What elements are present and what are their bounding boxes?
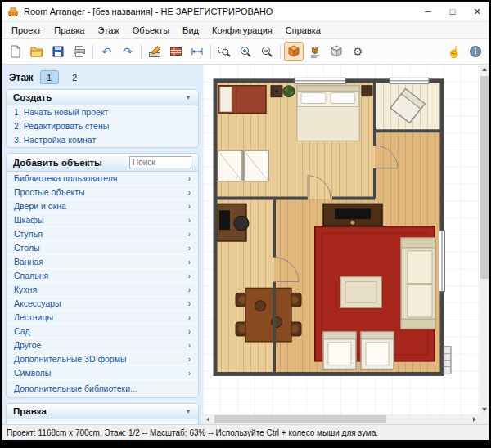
floor-tab-2[interactable]: 2 — [65, 70, 84, 84]
settings-gear-icon: ⚙ — [353, 46, 363, 57]
additional-libraries-link[interactable]: Дополнительные библиотеки... — [7, 380, 198, 397]
settings-button[interactable]: ⚙ — [348, 42, 367, 61]
menu-configuration[interactable]: Конфигурация — [205, 24, 279, 37]
print-button[interactable] — [70, 42, 89, 61]
category-user-library[interactable]: Библиотека пользователя› — [7, 172, 198, 186]
info-button[interactable] — [466, 42, 485, 61]
edit-panel-header[interactable]: Правка ▼ — [7, 404, 198, 419]
app-window: Room Arranger - [без названия] - НЕ ЗАРЕ… — [0, 0, 491, 448]
scroll-up-button[interactable] — [480, 65, 489, 74]
redo-button[interactable]: ↷ — [118, 42, 137, 61]
scroll-left-button[interactable] — [203, 414, 213, 424]
create-item-edit-walls[interactable]: 2. Редактировать стены — [7, 119, 198, 133]
computer-desk[interactable] — [217, 204, 249, 241]
sofa[interactable] — [401, 238, 435, 329]
create-item-new-project[interactable]: 1. Начать новый проект — [7, 105, 198, 119]
floor-plan-canvas[interactable] — [203, 65, 480, 414]
zoom-selection-icon — [218, 45, 231, 58]
category-bedroom[interactable]: Спальня› — [7, 269, 198, 283]
open-folder-button[interactable] — [27, 42, 47, 61]
category-garden[interactable]: Сад› — [7, 325, 198, 338]
menu-help[interactable]: Справка — [279, 24, 327, 37]
view-3d-button[interactable] — [284, 42, 304, 61]
category-additional-3d-shapes[interactable]: Дополнительные 3D формы› — [7, 352, 198, 366]
edit-panel: Правка ▼ — [6, 403, 199, 424]
scroll-right-button[interactable] — [470, 414, 480, 424]
menu-project[interactable]: Проект — [5, 24, 47, 37]
radiator[interactable] — [444, 347, 451, 374]
hand-tool-icon: ☝ — [447, 46, 461, 57]
cube-3d-icon — [330, 45, 343, 58]
toolbar: ↶ ↷ — [2, 39, 489, 65]
double-bed[interactable] — [297, 86, 359, 141]
chevron-right-icon: › — [188, 257, 191, 267]
vertical-scroll-thumb[interactable] — [480, 76, 489, 279]
minimize-button[interactable]: ─ — [416, 2, 440, 21]
category-wardrobes[interactable]: Шкафы› — [7, 213, 198, 227]
cube-3d-button[interactable] — [327, 42, 346, 61]
armchair[interactable] — [361, 332, 394, 370]
edit-walls-icon — [148, 45, 161, 58]
maximize-button[interactable]: □ — [440, 2, 465, 21]
horizontal-scrollbar[interactable] — [203, 414, 480, 424]
zoom-in-button[interactable] — [236, 42, 255, 61]
hand-tool-button[interactable]: ☝ — [444, 42, 464, 61]
category-other[interactable]: Другое› — [7, 338, 198, 352]
add-objects-panel: Добавить объекты Библиотека пользователя… — [6, 153, 199, 398]
edit-walls-button[interactable] — [145, 42, 164, 61]
collapse-chevron-icon[interactable]: ▼ — [185, 94, 191, 101]
category-label: Двери и окна — [14, 201, 66, 212]
menu-edit[interactable]: Правка — [47, 24, 91, 37]
coffee-table[interactable] — [340, 277, 381, 308]
horizontal-scroll-thumb[interactable] — [214, 415, 386, 423]
scroll-down-button[interactable] — [480, 405, 489, 414]
vertical-scrollbar[interactable] — [480, 65, 489, 414]
object-list-icon — [309, 45, 322, 58]
save-icon — [52, 45, 65, 58]
dimensions-button[interactable] — [187, 42, 207, 61]
category-bathroom[interactable]: Ванная› — [7, 255, 198, 269]
chevron-right-icon: › — [188, 368, 191, 379]
dining-set[interactable] — [236, 288, 301, 341]
menu-view[interactable]: Вид — [176, 24, 205, 37]
nightstand[interactable] — [362, 86, 372, 96]
object-list-button[interactable] — [305, 42, 325, 61]
category-label: Сад — [14, 326, 30, 337]
new-document-button[interactable] — [6, 42, 25, 61]
brick-materials-button[interactable] — [166, 42, 186, 61]
menu-objects[interactable]: Объекты — [126, 24, 176, 37]
menu-bar: Проект Правка Этаж Объекты Вид Конфигура… — [2, 22, 489, 39]
category-symbols[interactable]: Символы› — [7, 366, 198, 380]
plant[interactable] — [283, 86, 295, 97]
zoom-selection-button[interactable] — [214, 42, 234, 61]
floor-tab-1[interactable]: 1 — [40, 70, 59, 84]
nightstand[interactable] — [271, 86, 282, 97]
chevron-right-icon: › — [188, 201, 191, 212]
collapse-chevron-icon[interactable]: ▼ — [185, 408, 191, 415]
category-chairs[interactable]: Стулья› — [7, 227, 198, 241]
category-accessories[interactable]: Аксессуары› — [7, 297, 198, 311]
category-doors-windows[interactable]: Двери и окна› — [7, 199, 198, 213]
print-icon — [73, 45, 86, 58]
menu-floor[interactable]: Этаж — [91, 24, 125, 37]
category-kitchen[interactable]: Кухня› — [7, 283, 198, 297]
object-search-input[interactable] — [129, 156, 191, 168]
arrow-down-icon — [482, 408, 487, 411]
tv-stand[interactable] — [323, 204, 382, 226]
category-simple-objects[interactable]: Простые объекты› — [7, 186, 198, 199]
single-bed[interactable] — [218, 86, 266, 114]
save-button[interactable] — [48, 42, 68, 61]
info-icon — [469, 45, 482, 58]
open-folder-icon — [30, 45, 43, 58]
add-objects-title: Добавить объекты — [13, 158, 102, 168]
close-button[interactable]: ✕ — [465, 2, 489, 21]
create-panel-header[interactable]: Создать ▼ — [7, 90, 198, 105]
zoom-out-button[interactable] — [257, 42, 277, 61]
category-label: Спальня — [14, 271, 48, 281]
category-stairs[interactable]: Лестницы› — [7, 311, 198, 325]
create-item-setup-rooms[interactable]: 3. Настройка комнат — [7, 133, 198, 147]
chevron-right-icon: › — [188, 243, 191, 253]
undo-button[interactable]: ↶ — [97, 42, 116, 61]
category-tables[interactable]: Столы› — [7, 241, 198, 255]
armchair[interactable] — [323, 332, 356, 370]
